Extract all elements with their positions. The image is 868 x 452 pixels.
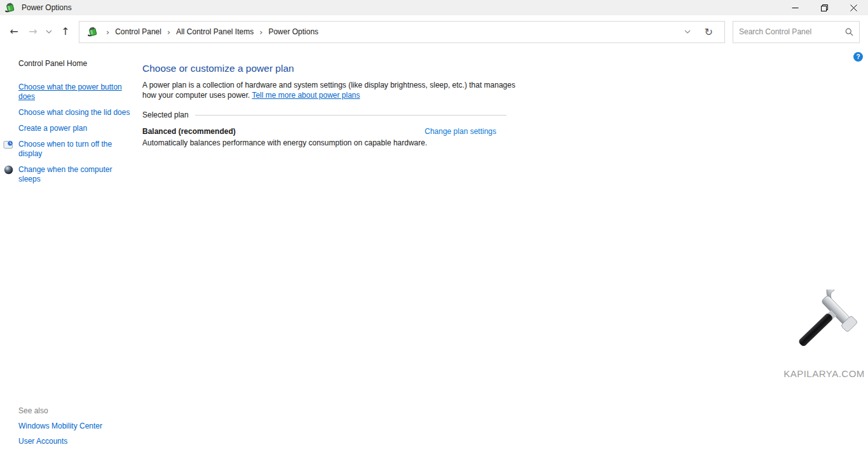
- forward-icon: →: [29, 27, 37, 37]
- sidebar-link-turn-off-display[interactable]: Choose when to turn off the display: [18, 140, 112, 158]
- back-button[interactable]: ←: [6, 22, 22, 41]
- plan-row: Balanced (recommended) Change plan setti…: [142, 127, 496, 136]
- sidebar-item-power-button[interactable]: Choose what the power button does: [0, 83, 130, 102]
- restore-icon: [821, 4, 828, 11]
- chevron-down-icon: [46, 30, 52, 34]
- page-title: Choose or customize a power plan: [142, 63, 676, 74]
- back-icon: ←: [10, 27, 18, 37]
- watermark: KAPILARYA.COM: [780, 289, 868, 379]
- breadcrumb-right-controls: ↻: [684, 26, 721, 38]
- breadcrumb-item-power-options[interactable]: Power Options: [268, 27, 318, 36]
- minimize-icon: [792, 4, 799, 11]
- sidebar-link-computer-sleeps[interactable]: Change when the computer sleeps: [18, 165, 112, 183]
- sidebar-task-list: Choose what the power button does Choose…: [0, 83, 135, 184]
- search-box[interactable]: [733, 21, 860, 43]
- minimize-button[interactable]: [780, 0, 810, 15]
- restore-button[interactable]: [810, 0, 839, 15]
- sidebar-link-power-button[interactable]: Choose what the power button does: [18, 83, 122, 101]
- selected-plan-group-header: Selected plan: [142, 110, 506, 119]
- sidebar-item-create-power-plan[interactable]: Create a power plan: [0, 124, 130, 133]
- breadcrumb-separator[interactable]: ›: [259, 27, 262, 37]
- window-title: Power Options: [22, 3, 72, 12]
- close-button[interactable]: [839, 0, 868, 15]
- sidebar-item-computer-sleeps[interactable]: Change when the computer sleeps: [0, 165, 130, 184]
- selected-plan-label: Selected plan: [142, 110, 189, 119]
- breadcrumb-separator[interactable]: ›: [106, 27, 109, 37]
- sidebar: Control Panel Home Choose what the power…: [0, 48, 135, 452]
- question-mark-icon: ?: [856, 53, 860, 60]
- breadcrumb[interactable]: › Control Panel › All Control Panel Item…: [79, 21, 725, 43]
- sidebar-link-create-power-plan[interactable]: Create a power plan: [18, 124, 87, 133]
- up-icon: ↑: [61, 27, 69, 37]
- power-options-window: Power Options ← →: [0, 0, 868, 452]
- hammer-icon: [785, 289, 863, 364]
- content-area: Control Panel Home Choose what the power…: [0, 48, 868, 452]
- sidebar-item-closing-lid[interactable]: Choose what closing the lid does: [0, 108, 130, 117]
- watermark-text: KAPILARYA.COM: [780, 368, 868, 379]
- recent-locations-button[interactable]: [43, 22, 55, 41]
- breadcrumb-item-control-panel[interactable]: Control Panel: [115, 27, 161, 36]
- refresh-icon[interactable]: ↻: [705, 26, 713, 38]
- plan-name: Balanced (recommended): [142, 127, 236, 136]
- sidebar-link-user-accounts[interactable]: User Accounts: [18, 437, 102, 446]
- sidebar-link-closing-lid[interactable]: Choose what closing the lid does: [18, 108, 130, 117]
- intro-text: A power plan is a collection of hardware…: [142, 81, 676, 100]
- intro-line1: A power plan is a collection of hardware…: [142, 81, 515, 90]
- navigation-bar: ← → ↑ › Control Panel › Al: [0, 15, 868, 48]
- plan-description: Automatically balances performance with …: [142, 138, 676, 147]
- search-input[interactable]: [739, 27, 845, 36]
- window-controls: [780, 0, 868, 15]
- display-clock-icon: [3, 139, 14, 150]
- sidebar-item-control-panel-home[interactable]: Control Panel Home: [18, 59, 135, 68]
- sleep-orb-icon: [3, 164, 14, 175]
- tell-me-more-link[interactable]: Tell me more about power plans: [252, 91, 360, 100]
- sidebar-link-windows-mobility-center[interactable]: Windows Mobility Center: [18, 422, 102, 430]
- main-pane: Choose or customize a power plan A power…: [142, 48, 676, 147]
- intro-line2: how your computer uses power.: [142, 91, 250, 100]
- forward-button[interactable]: →: [22, 22, 39, 41]
- see-also-section: See also Windows Mobility Center User Ac…: [18, 406, 102, 446]
- address-dropdown-icon[interactable]: [684, 30, 691, 34]
- breadcrumb-item-all-control-panel-items[interactable]: All Control Panel Items: [176, 27, 254, 36]
- search-icon[interactable]: [845, 28, 853, 36]
- power-options-app-icon: [4, 3, 15, 13]
- change-plan-settings-link[interactable]: Change plan settings: [424, 127, 496, 136]
- power-options-crumb-icon: [87, 27, 98, 37]
- breadcrumb-separator[interactable]: ›: [167, 27, 170, 37]
- group-divider-line: [195, 115, 506, 116]
- sidebar-item-turn-off-display[interactable]: Choose when to turn off the display: [0, 140, 130, 159]
- close-icon: [850, 4, 857, 11]
- see-also-heading: See also: [18, 406, 102, 415]
- up-button[interactable]: ↑: [55, 22, 72, 41]
- titlebar: Power Options: [0, 0, 868, 15]
- help-button[interactable]: ?: [853, 52, 863, 62]
